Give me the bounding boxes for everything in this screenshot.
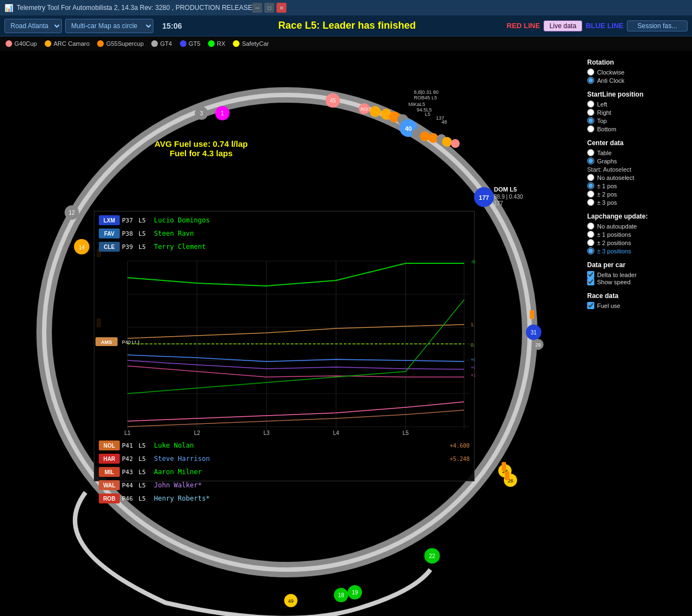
graphs-option[interactable]: Graphs	[587, 157, 686, 164]
lap1-radio[interactable]	[587, 231, 594, 238]
race-title: Race L5: Leader has finished	[191, 20, 503, 31]
svg-text:19: 19	[352, 590, 358, 596]
rotation-group: Clockwise Anti Clock	[587, 68, 686, 84]
clockwise-radio[interactable]	[587, 68, 594, 76]
lap3-radio[interactable]	[587, 247, 594, 254]
svg-text:29: 29	[535, 342, 541, 348]
lap2-option[interactable]: ± 2 positions	[587, 239, 686, 246]
plus2-option[interactable]: ± 2 pos	[587, 190, 686, 198]
show-speed-option[interactable]: Show speed	[587, 278, 686, 285]
maximize-button[interactable]: □	[264, 3, 274, 13]
svg-text:0.820: 0.820	[471, 342, 475, 348]
svg-text:177: 177	[479, 194, 489, 201]
fuel-avg: AVG Fuel use: 0.74 l/lap	[155, 139, 248, 148]
driver-tag-rob: ROB	[99, 493, 120, 503]
driver-tag-nol: NOL	[99, 440, 120, 450]
no-autoselect-radio[interactable]	[587, 174, 594, 181]
autoselect-group: No autoselect ± 1 pos ± 2 pos ± 3 pos	[587, 174, 686, 206]
driver-name-46: Henry Roberts*	[154, 495, 210, 502]
legend-label-safetycar: SafetyCar	[242, 40, 269, 47]
view-select[interactable]: Multi-car Map as circle	[65, 19, 153, 33]
driver-name-37: Lucio Domingos	[154, 216, 210, 224]
track-select[interactable]: Road Atlanta	[4, 19, 62, 33]
titlebar: 📊 Telemetry Tool For Automobilista 2, 14…	[0, 0, 692, 15]
plus2-radio[interactable]	[587, 190, 594, 198]
legend-dot-g55supercup	[97, 40, 104, 47]
svg-text:3: 3	[200, 110, 203, 116]
clockwise-option[interactable]: Clockwise	[587, 68, 686, 76]
right-radio[interactable]	[587, 109, 594, 116]
lapchange-title: Lapchange update:	[587, 213, 686, 220]
svg-text:18: 18	[338, 592, 344, 598]
race-data-title: Race data	[587, 292, 686, 300]
svg-text:22: 22	[429, 553, 435, 559]
svg-text:-6.889: -6.889	[471, 259, 475, 264]
no-autoupdate-option[interactable]: No autoupdate	[587, 222, 686, 230]
legend-label-rx: RX	[217, 40, 225, 47]
plus3-radio[interactable]	[587, 199, 594, 206]
legend-dot-gt4	[151, 40, 158, 47]
driver-tag-cle: CLE	[99, 242, 120, 252]
bottom-option[interactable]: Bottom	[587, 125, 686, 132]
no-autoupdate-radio[interactable]	[587, 222, 594, 230]
fuel-use-checkbox[interactable]	[587, 302, 594, 309]
lap2-radio[interactable]	[587, 239, 594, 246]
close-button[interactable]: ✕	[276, 3, 286, 13]
lap3-option[interactable]: ± 3 positions	[587, 247, 686, 254]
plus3-option[interactable]: ± 3 pos	[587, 199, 686, 206]
svg-text:L5: L5	[425, 111, 430, 117]
lapchange-section: Lapchange update: No autoupdate ± 1 posi…	[587, 213, 686, 254]
svg-text:1: 1	[221, 110, 224, 116]
legend-item-g40cup: G40Cup	[6, 40, 37, 47]
svg-point-10	[370, 106, 381, 117]
toolbar: Road Atlanta Multi-car Map as circle 15:…	[0, 15, 692, 36]
center-data-section: Center data Table Graphs Start: Autosele…	[587, 139, 686, 206]
anticlock-radio[interactable]	[587, 77, 594, 84]
legend-item-safetycar: SafetyCar	[233, 40, 269, 47]
session-button[interactable]: Session fas...	[627, 20, 688, 31]
plus1-option[interactable]: ± 1 pos	[587, 182, 686, 189]
svg-rect-57	[502, 462, 506, 471]
legend-item-gt5: GT5	[180, 40, 200, 47]
driver-name-44: John Walker*	[154, 481, 202, 489]
left-option[interactable]: Left	[587, 100, 686, 108]
driver-row-p43: MIL P43 L5 Aaron Milner	[97, 465, 474, 479]
anticlock-option[interactable]: Anti Clock	[587, 77, 686, 84]
svg-rect-81	[139, 341, 139, 345]
svg-text:48: 48	[441, 119, 447, 125]
live-data-button[interactable]: Live data	[544, 20, 583, 31]
race-data-section: Race data Fuel use	[587, 292, 686, 309]
left-radio[interactable]	[587, 100, 594, 108]
table-radio[interactable]	[587, 149, 594, 156]
lap1-option[interactable]: ± 1 positions	[587, 231, 686, 238]
right-option[interactable]: Right	[587, 109, 686, 116]
minimize-button[interactable]: ─	[252, 3, 262, 13]
svg-text:AMS: AMS	[101, 339, 112, 345]
bottom-radio[interactable]	[587, 125, 594, 132]
legend-item-g55supercup: G55Supercup	[97, 40, 143, 47]
legend-label-gt5: GT5	[189, 40, 200, 47]
top-radio[interactable]	[587, 117, 594, 124]
show-speed-checkbox[interactable]	[587, 278, 594, 285]
driver-name-38: Steen Ravn	[154, 230, 194, 237]
legend-bar: G40CupARC CamaroG55SupercupGT4GT5RXSafet…	[0, 36, 692, 51]
driver-name-39: Terry Clement	[154, 243, 206, 251]
driver-tag-mil: MIL	[99, 467, 120, 477]
startline-group: Left Right Top Bottom	[587, 100, 686, 132]
center-data-group: Table Graphs	[587, 149, 686, 164]
lap-graph: L1 L2 L3 L4 L5 AMS P40 Lt -6.889 1.260 0…	[94, 256, 475, 438]
driver-row-p37: LXM P37 L5 Lucio Domingos	[97, 214, 474, 227]
delta-to-leader-checkbox[interactable]	[587, 271, 594, 278]
graphs-radio[interactable]	[587, 157, 594, 164]
no-autoselect-option[interactable]: No autoselect	[587, 174, 686, 181]
svg-text:L1: L1	[124, 430, 131, 436]
legend-dot-gt5	[180, 40, 187, 47]
top-option[interactable]: Top	[587, 117, 686, 124]
plus1-radio[interactable]	[587, 182, 594, 189]
legend-item-arc camaro: ARC Camaro	[45, 40, 89, 47]
svg-text:DOM L5: DOM L5	[494, 186, 517, 193]
delta-to-leader-option[interactable]: Delta to leader	[587, 271, 686, 278]
driver-name-43: Aaron Milner	[154, 468, 202, 476]
table-option[interactable]: Table	[587, 149, 686, 156]
fuel-use-option[interactable]: Fuel use	[587, 302, 686, 309]
